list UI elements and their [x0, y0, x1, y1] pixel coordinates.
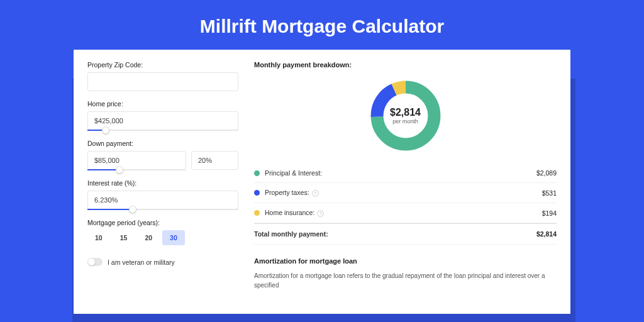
legend-row-taxes: Property taxes:? $531 — [254, 183, 557, 203]
breakdown-title: Monthly payment breakdown: — [254, 61, 557, 69]
legend-value: $194 — [542, 209, 557, 217]
donut-chart: $2,814 per month — [368, 78, 443, 153]
down-payment-input[interactable] — [87, 151, 186, 170]
legend-label: Property taxes:? — [265, 189, 542, 197]
down-payment-pct-input[interactable] — [191, 151, 238, 170]
down-payment-label: Down payment: — [87, 140, 238, 147]
veteran-label: I am veteran or military — [108, 258, 175, 266]
period-btn-10[interactable]: 10 — [87, 230, 110, 245]
breakdown-panel: Monthly payment breakdown: $2,814 per mo… — [254, 61, 557, 290]
form-panel: Property Zip Code: Home price: Down paym… — [87, 61, 238, 290]
interest-rate-label: Interest rate (%): — [87, 179, 238, 187]
dot-icon — [254, 190, 260, 196]
donut-sub: per month — [390, 118, 421, 125]
legend-value: $531 — [542, 189, 557, 197]
slider-thumb[interactable] — [102, 126, 109, 134]
home-price-input[interactable] — [87, 111, 238, 130]
calculator-card: Property Zip Code: Home price: Down paym… — [74, 50, 570, 314]
interest-rate-input[interactable] — [87, 191, 238, 209]
donut-amount: $2,814 — [390, 107, 421, 118]
veteran-toggle[interactable] — [87, 258, 103, 266]
amort-title: Amortization for mortgage loan — [254, 257, 557, 265]
help-icon[interactable]: ? — [312, 190, 319, 197]
toggle-knob — [88, 258, 95, 265]
total-label: Total monthly payment: — [254, 230, 536, 238]
page-title: Millrift Mortgage Calculator — [0, 0, 644, 50]
legend-label: Home insurance:? — [265, 209, 542, 217]
dot-icon — [254, 170, 260, 176]
period-btn-30[interactable]: 30 — [162, 230, 185, 245]
amort-text: Amortization for a mortgage loan refers … — [254, 271, 557, 290]
total-value: $2,814 — [536, 230, 557, 238]
period-group: 10 15 20 30 — [87, 230, 238, 245]
dot-icon — [254, 210, 260, 216]
home-price-label: Home price: — [87, 100, 238, 108]
period-label: Mortgage period (years): — [87, 219, 238, 226]
legend-row-principal: Principal & Interest: $2,089 — [254, 164, 557, 183]
amortization-section: Amortization for mortgage loan Amortizat… — [254, 257, 557, 290]
period-btn-20[interactable]: 20 — [137, 230, 160, 245]
interest-rate-slider[interactable] — [87, 209, 238, 210]
legend-label: Principal & Interest: — [265, 169, 536, 177]
zip-input[interactable] — [87, 72, 238, 91]
period-btn-15[interactable]: 15 — [113, 230, 135, 245]
legend-value: $2,089 — [536, 169, 557, 177]
help-icon[interactable]: ? — [317, 210, 324, 217]
zip-label: Property Zip Code: — [87, 61, 238, 69]
legend-row-total: Total monthly payment: $2,814 — [254, 223, 557, 245]
slider-thumb[interactable] — [129, 206, 136, 213]
slider-thumb[interactable] — [116, 166, 123, 174]
legend-row-insurance: Home insurance:? $194 — [254, 203, 557, 223]
home-price-slider[interactable] — [87, 130, 238, 131]
down-payment-slider[interactable] — [87, 169, 186, 170]
